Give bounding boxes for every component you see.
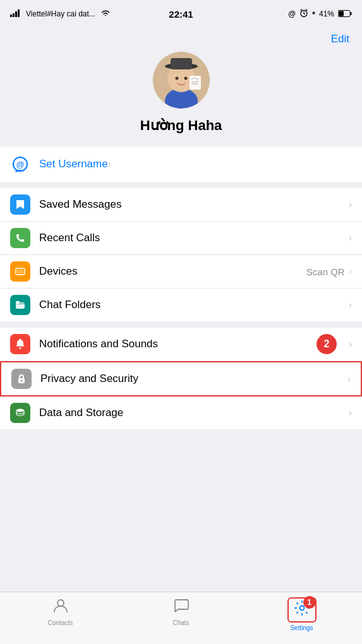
- chats-label: Chats: [172, 619, 189, 626]
- privacy-security-item[interactable]: Privacy and Security ›: [0, 361, 362, 397]
- chat-folders-label: Chat Folders: [39, 299, 349, 311]
- profile-name: Hường Haha: [140, 117, 222, 134]
- svg-rect-24: [16, 301, 20, 304]
- settings-list: @ Set Username › Saved Messages ›: [0, 146, 362, 429]
- tab-bar: Contacts Chats Settings 1: [0, 592, 362, 644]
- chat-folders-item[interactable]: Chat Folders ›: [0, 289, 362, 321]
- notifications-chevron: ›: [349, 338, 352, 350]
- edit-button[interactable]: Edit: [331, 33, 349, 45]
- at-icon: @: [288, 9, 296, 18]
- recent-calls-label: Recent Calls: [39, 232, 349, 244]
- status-right: @ * 41%: [288, 9, 352, 20]
- username-section: @ Set Username ›: [0, 146, 362, 182]
- data-storage-label: Data and Storage: [39, 407, 349, 419]
- carrier-text: Viettel#Hay cai dat...: [26, 9, 95, 18]
- menu-group-2: Notifications and Sounds 2 › Privacy and…: [0, 328, 362, 429]
- username-item[interactable]: @ Set Username ›: [0, 146, 362, 182]
- username-label: Set Username: [39, 158, 108, 170]
- svg-point-13: [175, 77, 178, 80]
- menu-group-1: Saved Messages › Recent Calls › Device: [0, 188, 362, 321]
- svg-rect-18: [16, 170, 21, 171]
- username-icon: @: [10, 154, 30, 174]
- battery-icon: [338, 9, 352, 19]
- time-text: 22:41: [169, 9, 193, 20]
- status-left: Viettel#Hay cai dat...: [10, 9, 111, 19]
- svg-point-30: [299, 606, 304, 611]
- data-storage-chevron: ›: [349, 407, 352, 419]
- privacy-security-label: Privacy and Security: [40, 373, 347, 385]
- status-bar: Viettel#Hay cai dat... 22:41 @ * 41%: [0, 0, 362, 28]
- wifi-icon: [100, 9, 111, 19]
- notifications-label: Notifications and Sounds: [39, 338, 349, 350]
- devices-chevron: ›: [349, 266, 352, 277]
- alarm-icon: [299, 9, 308, 20]
- settings-badge: 1: [303, 596, 316, 609]
- recent-calls-item[interactable]: Recent Calls ›: [0, 222, 362, 255]
- bluetooth-icon: *: [312, 9, 315, 19]
- notifications-item[interactable]: Notifications and Sounds 2 ›: [0, 328, 362, 361]
- data-storage-item[interactable]: Data and Storage ›: [0, 397, 362, 429]
- saved-messages-item[interactable]: Saved Messages ›: [0, 188, 362, 222]
- svg-rect-2: [15, 11, 17, 17]
- svg-rect-12: [171, 58, 192, 69]
- notifications-badge: 2: [317, 334, 337, 354]
- privacy-security-icon: [11, 369, 32, 389]
- notifications-icon: [10, 334, 30, 354]
- svg-point-27: [21, 380, 23, 382]
- svg-rect-0: [10, 15, 12, 17]
- svg-rect-6: [351, 12, 352, 15]
- tab-settings[interactable]: Settings 1: [241, 597, 362, 631]
- devices-detail: Scan QR: [306, 266, 345, 277]
- devices-item[interactable]: Devices Scan QR ›: [0, 255, 362, 289]
- svg-rect-7: [339, 11, 344, 16]
- recent-calls-icon: [10, 228, 30, 248]
- saved-messages-chevron: ›: [349, 199, 352, 210]
- chat-folders-chevron: ›: [349, 299, 352, 311]
- svg-point-29: [57, 600, 64, 606]
- recent-calls-chevron: ›: [349, 232, 352, 244]
- tab-contacts[interactable]: Contacts: [0, 597, 121, 626]
- devices-label: Devices: [39, 265, 306, 278]
- svg-rect-3: [18, 9, 20, 17]
- settings-label: Settings: [290, 624, 313, 631]
- svg-point-25: [20, 339, 21, 341]
- devices-icon: [10, 261, 30, 282]
- contacts-label: Contacts: [48, 619, 73, 626]
- svg-rect-21: [17, 270, 23, 273]
- username-chevron: ›: [108, 158, 111, 170]
- svg-rect-22: [19, 275, 21, 276]
- contacts-icon: [52, 597, 69, 617]
- avatar: [153, 52, 210, 109]
- svg-rect-1: [13, 13, 15, 17]
- profile-section: Hường Haha: [0, 45, 362, 146]
- chats-icon: [173, 597, 190, 617]
- signal-icon: [10, 9, 21, 19]
- data-storage-icon: [10, 403, 30, 423]
- battery-text: 41%: [319, 9, 334, 18]
- header: Edit: [0, 28, 362, 45]
- avatar-image: [153, 52, 210, 109]
- svg-point-14: [184, 77, 187, 80]
- privacy-security-chevron: ›: [347, 373, 351, 385]
- svg-text:@: @: [16, 160, 25, 169]
- tab-chats[interactable]: Chats: [121, 597, 241, 626]
- svg-rect-19: [15, 171, 18, 172]
- svg-rect-15: [190, 76, 201, 90]
- saved-messages-label: Saved Messages: [39, 198, 349, 211]
- saved-messages-icon: [10, 194, 30, 215]
- svg-point-28: [16, 409, 24, 412]
- chat-folders-icon: [10, 295, 30, 315]
